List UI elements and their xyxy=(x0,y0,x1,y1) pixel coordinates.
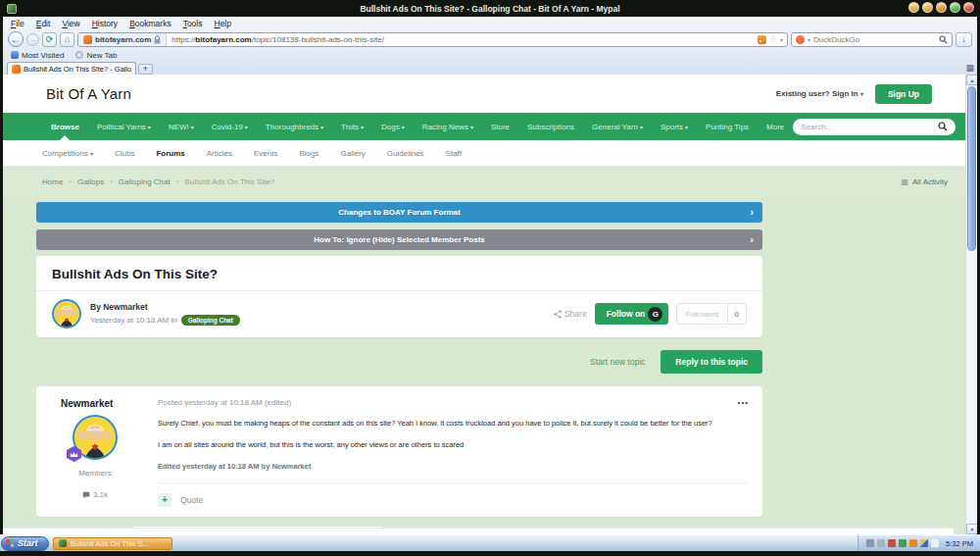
menu-help[interactable]: Help xyxy=(214,19,230,28)
topic-author[interactable]: By Newmarket xyxy=(90,302,240,312)
close-button[interactable] xyxy=(963,2,974,13)
subnav-competitions[interactable]: Competitions ▾ xyxy=(42,149,93,158)
tray-icon[interactable] xyxy=(888,539,896,547)
nav-store[interactable]: Store xyxy=(482,113,518,140)
nav-subscriptions[interactable]: Subscriptions xyxy=(518,113,583,140)
sign-up-button[interactable]: Sign Up xyxy=(875,84,932,104)
site-logo[interactable]: Bit Of A Yarn xyxy=(46,85,131,102)
url-dropdown-icon[interactable]: ▾ xyxy=(780,36,783,43)
post-author-name[interactable]: Newmarket xyxy=(50,398,113,409)
nav-label: Racing News xyxy=(422,123,468,131)
subnav-clubs[interactable]: Clubs xyxy=(115,149,134,158)
subnav-blogs[interactable]: Blogs xyxy=(299,149,318,158)
search-bar[interactable]: ▾ DuckDuckGo xyxy=(791,32,953,47)
page-scrollbar[interactable]: ▲ ▼ xyxy=(965,75,977,534)
crumb-home[interactable]: Home xyxy=(42,177,63,186)
subnav-events[interactable]: Events xyxy=(254,149,277,158)
tray-icon[interactable] xyxy=(899,539,906,547)
tray-icon[interactable] xyxy=(931,539,939,547)
navigation-toolbar: ← → ⟳ ⌂ bitofayarn.com https://bitofayar… xyxy=(3,29,977,49)
nav-general-yarn[interactable]: General Yarn▾ xyxy=(583,113,652,140)
start-button[interactable]: Start xyxy=(1,536,49,551)
search-magnifier-icon[interactable] xyxy=(939,35,948,44)
window-button-1[interactable] xyxy=(908,2,919,13)
announcement-banner-ignore-posts[interactable]: How To: Ignore (Hide) Selected Member Po… xyxy=(36,229,762,250)
reply-to-topic-button[interactable]: Reply to this topic xyxy=(661,350,762,374)
crumb-gallops[interactable]: Gallops xyxy=(77,177,104,186)
back-button[interactable]: ← xyxy=(8,31,24,47)
sign-in-link[interactable]: Existing user? Sign In ▾ xyxy=(776,89,863,98)
rss-feed-icon[interactable] xyxy=(758,35,766,44)
menu-tools[interactable]: Tools xyxy=(183,19,203,28)
bookmark-most-visited[interactable]: Most Visited xyxy=(11,51,64,60)
post-options-icon[interactable]: ••• xyxy=(738,398,749,407)
site-search-input[interactable]: Search... xyxy=(793,119,956,135)
menu-history[interactable]: History xyxy=(92,19,118,28)
scroll-up-button[interactable]: ▲ xyxy=(966,75,977,85)
taskbar-window-button[interactable]: Bullshit Ads On This S... xyxy=(53,537,172,550)
url-text[interactable]: https://bitofayarn.com/topic/108138-bull… xyxy=(167,35,754,44)
subnav-gallery[interactable]: Gallery xyxy=(340,149,365,158)
nav-racing-news[interactable]: Racing News▾ xyxy=(414,113,482,140)
subnav-articles[interactable]: Articles xyxy=(207,149,232,158)
menu-file[interactable]: File xyxy=(11,19,24,28)
breadcrumb-separator: › xyxy=(69,177,72,186)
maximize-button[interactable] xyxy=(950,2,960,13)
nav-trots[interactable]: Trots▾ xyxy=(332,113,372,140)
new-tab-button[interactable]: + xyxy=(138,64,153,75)
start-new-topic-link[interactable]: Start new topic xyxy=(590,357,645,367)
taskbar-clock[interactable]: 5:32 PM xyxy=(946,539,973,548)
crumb-galloping-chat[interactable]: Galloping Chat xyxy=(119,177,171,186)
announcement-banner-forum-format[interactable]: Changes to BOAY Forum Format › xyxy=(36,202,762,223)
minimize-button[interactable] xyxy=(936,2,947,13)
window-button-2[interactable] xyxy=(922,2,933,13)
site-identity-chip[interactable]: bitofayarn.com xyxy=(78,33,167,46)
quote-button[interactable]: Quote xyxy=(180,495,203,505)
tray-icon[interactable] xyxy=(909,539,917,547)
category-badge[interactable]: Galloping Chat xyxy=(181,315,240,326)
post-count: 3.1k xyxy=(82,490,108,499)
menu-edit[interactable]: Edit xyxy=(36,19,51,28)
search-magnifier-icon[interactable] xyxy=(938,122,948,131)
duckduckgo-icon[interactable] xyxy=(796,35,805,44)
nav-political-yarns[interactable]: Political Yarns▾ xyxy=(88,113,160,140)
tray-icon[interactable] xyxy=(920,539,928,547)
bookmark-star-icon[interactable]: ☆ xyxy=(769,35,777,44)
nav-sports[interactable]: Sports▾ xyxy=(652,113,697,140)
scrollbar-thumb[interactable] xyxy=(967,86,976,251)
forward-button[interactable]: → xyxy=(26,33,39,46)
reload-button[interactable]: ⟳ xyxy=(42,32,57,47)
subnav-staff[interactable]: Staff xyxy=(446,149,462,158)
list-all-tabs-icon[interactable]: ▦ xyxy=(965,64,974,73)
tray-icon[interactable] xyxy=(877,539,885,547)
menu-view[interactable]: View xyxy=(62,19,79,28)
subnav-forums[interactable]: Forums xyxy=(156,149,184,158)
tray-icon[interactable] xyxy=(866,539,874,547)
search-engine-dropdown-icon[interactable]: ▾ xyxy=(808,36,810,43)
share-button[interactable]: Share xyxy=(554,309,587,319)
nav-more[interactable]: More xyxy=(758,113,793,140)
subnav-label: Competitions xyxy=(42,149,88,158)
subnav-guidelines[interactable]: Guidelines xyxy=(387,149,424,158)
all-activity-link[interactable]: ▦ All Activity xyxy=(901,177,948,186)
nav-covid-19[interactable]: Covid-19▾ xyxy=(203,113,257,140)
multiquote-plus-button[interactable]: + xyxy=(158,493,172,507)
nav-punting-tips[interactable]: Punting Tips xyxy=(697,113,758,140)
bookmark-new-tab[interactable]: New Tab xyxy=(75,51,117,60)
post-timestamp[interactable]: Posted yesterday at 10:18 AM (edited) xyxy=(158,398,291,407)
nav-dogs[interactable]: Dogs▾ xyxy=(372,113,414,140)
menu-bookmarks[interactable]: Bookmarks xyxy=(129,19,172,28)
screen-edge xyxy=(0,551,980,556)
followers-widget[interactable]: Followers 0 xyxy=(676,303,747,325)
avatar[interactable] xyxy=(52,299,81,329)
nav-browse[interactable]: Browse xyxy=(42,113,88,140)
nav-new[interactable]: NEW!▾ xyxy=(160,113,203,140)
downloads-button[interactable]: ↓ xyxy=(956,32,972,47)
scroll-down-button[interactable]: ▼ xyxy=(966,524,977,534)
active-tab[interactable]: Bullshit Ads On This Site? - Galloping C… xyxy=(7,62,136,75)
follow-button[interactable]: Follow on G xyxy=(595,303,669,325)
home-button[interactable]: ⌂ xyxy=(60,32,74,47)
nav-thoroughbreds[interactable]: Thoroughbreds▾ xyxy=(257,113,332,140)
nav-label: Dogs xyxy=(381,123,400,131)
url-bar[interactable]: bitofayarn.com https://bitofayarn.com/to… xyxy=(77,32,788,47)
